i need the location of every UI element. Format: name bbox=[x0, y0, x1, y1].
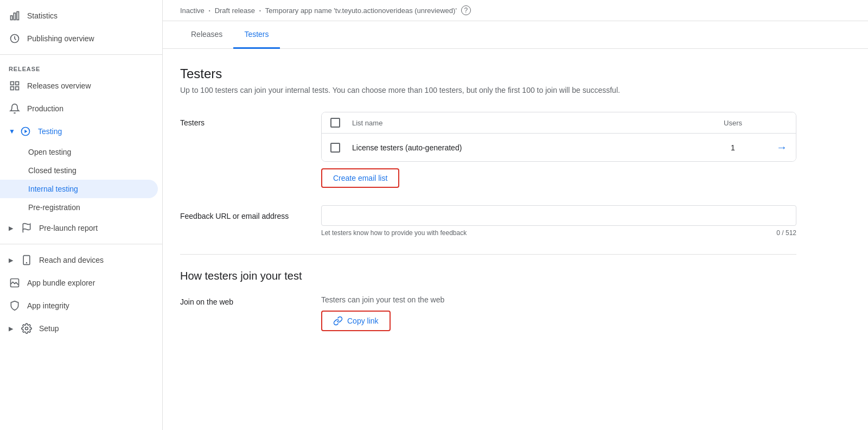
svg-rect-6 bbox=[11, 87, 14, 90]
sidebar-item-testing[interactable]: ▼ Testing bbox=[0, 120, 158, 143]
sidebar-sub-item-internal-testing[interactable]: Internal testing bbox=[0, 180, 158, 198]
sidebar-item-reach-and-devices[interactable]: ▶ Reach and devices bbox=[0, 249, 158, 271]
landscape-icon bbox=[9, 277, 21, 289]
copy-link-button[interactable]: Copy link bbox=[321, 311, 391, 331]
content-area: Testers Up to 100 testers can join your … bbox=[163, 49, 814, 349]
testers-section: Testers List name Users bbox=[180, 112, 796, 188]
grid-icon bbox=[9, 80, 21, 92]
tab-releases[interactable]: Releases bbox=[180, 21, 233, 49]
sidebar-sub-item-open-testing-label: Open testing bbox=[28, 148, 71, 156]
sidebar-item-pre-launch-report-label: Pre-launch report bbox=[39, 224, 98, 232]
svg-point-14 bbox=[25, 327, 28, 330]
sidebar-item-setup[interactable]: ▶ Setup bbox=[0, 317, 158, 340]
page-subtitle: Up to 100 testers can join your internal… bbox=[180, 86, 796, 94]
devices-icon bbox=[21, 254, 33, 266]
sidebar-sub-item-pre-registration-label: Pre-registration bbox=[28, 203, 80, 212]
sidebar-item-publishing-overview-label: Publishing overview bbox=[27, 34, 94, 43]
section-divider bbox=[180, 254, 796, 255]
sidebar-item-releases-overview-label: Releases overview bbox=[27, 81, 91, 90]
svg-rect-4 bbox=[11, 82, 14, 85]
feedback-input[interactable] bbox=[321, 205, 796, 226]
sidebar-divider bbox=[0, 54, 162, 55]
arrow-right-icon: ▶ bbox=[9, 225, 13, 232]
testers-label: Testers bbox=[180, 112, 299, 127]
join-web-description: Testers can join your test on the web bbox=[321, 295, 796, 304]
header-checkbox-cell bbox=[330, 118, 352, 128]
svg-rect-2 bbox=[17, 12, 18, 20]
header-checkbox[interactable] bbox=[330, 118, 340, 128]
sidebar-sub-item-internal-testing-label: Internal testing bbox=[28, 185, 78, 193]
bell-icon bbox=[9, 103, 21, 115]
sidebar: Statistics Publishing overview Release R… bbox=[0, 0, 163, 430]
svg-marker-9 bbox=[24, 130, 27, 134]
clock-icon bbox=[9, 33, 21, 45]
sidebar-divider-2 bbox=[0, 244, 162, 244]
sidebar-item-app-bundle-explorer[interactable]: App bundle explorer bbox=[0, 271, 158, 294]
join-web-section: Join on the web Testers can join your te… bbox=[180, 295, 796, 331]
row-checkbox[interactable] bbox=[330, 143, 340, 153]
chevron-down-icon: ▼ bbox=[9, 128, 15, 135]
sidebar-item-setup-label: Setup bbox=[39, 324, 59, 333]
help-icon[interactable]: ? bbox=[461, 5, 471, 15]
sidebar-item-production-label: Production bbox=[27, 104, 63, 113]
feedback-label: Feedback URL or email address bbox=[180, 205, 299, 220]
sidebar-sub-item-open-testing[interactable]: Open testing bbox=[0, 143, 158, 161]
dot-1: • bbox=[209, 8, 210, 13]
status-draft: Draft release bbox=[215, 7, 255, 15]
sidebar-sub-item-closed-testing[interactable]: Closed testing bbox=[0, 161, 158, 180]
join-on-web-label: Join on the web bbox=[180, 295, 299, 306]
feedback-content: Let testers know how to provide you with… bbox=[321, 205, 796, 237]
sidebar-item-statistics-label: Statistics bbox=[27, 11, 58, 20]
sidebar-sub-item-closed-testing-label: Closed testing bbox=[28, 166, 76, 175]
sidebar-item-publishing-overview[interactable]: Publishing overview bbox=[0, 27, 158, 50]
sidebar-item-app-integrity-label: App integrity bbox=[27, 301, 69, 310]
status-inactive: Inactive bbox=[180, 7, 205, 15]
create-email-list-label: Create email list bbox=[333, 174, 387, 182]
join-web-content: Testers can join your test on the web Co… bbox=[321, 295, 796, 331]
join-title: How testers join your test bbox=[180, 270, 796, 282]
table-header: List name Users bbox=[322, 112, 796, 134]
sidebar-item-releases-overview[interactable]: Releases overview bbox=[0, 74, 158, 97]
dot-2: • bbox=[259, 8, 261, 13]
sidebar-item-app-bundle-label: App bundle explorer bbox=[27, 279, 95, 287]
status-app-name: Temporary app name 'tv.teyuto.actionover… bbox=[265, 7, 457, 15]
sidebar-item-production[interactable]: Production bbox=[0, 97, 158, 120]
sidebar-item-reach-devices-label: Reach and devices bbox=[39, 256, 104, 264]
testers-content: List name Users License testers (auto-ge… bbox=[321, 112, 796, 188]
link-icon bbox=[333, 316, 343, 326]
header-list-name: List name bbox=[352, 119, 700, 127]
sidebar-item-app-integrity[interactable]: App integrity bbox=[0, 294, 158, 317]
sidebar-item-pre-launch-report[interactable]: ▶ Pre-launch report bbox=[0, 217, 158, 239]
table-row: License testers (auto-generated) 1 → bbox=[322, 134, 796, 161]
feedback-counter: 0 / 512 bbox=[776, 229, 796, 237]
status-bar: Inactive • Draft release • Temporary app… bbox=[163, 0, 868, 21]
feedback-hint-row: Let testers know how to provide you with… bbox=[321, 229, 796, 237]
arrow-right-icon-2: ▶ bbox=[9, 257, 13, 264]
page-title: Testers bbox=[180, 66, 796, 81]
sidebar-item-testing-label: Testing bbox=[38, 127, 62, 136]
gear-icon bbox=[21, 322, 33, 334]
testers-table: List name Users License testers (auto-ge… bbox=[321, 112, 796, 162]
tab-testers[interactable]: Testers bbox=[233, 21, 279, 49]
play-circle-icon bbox=[20, 125, 31, 137]
sidebar-item-statistics[interactable]: Statistics bbox=[0, 4, 158, 27]
tabs: Releases Testers bbox=[163, 21, 868, 49]
copy-link-label: Copy link bbox=[347, 317, 379, 325]
main-content: Inactive • Draft release • Temporary app… bbox=[163, 0, 868, 430]
row-list-name: License testers (auto-generated) bbox=[352, 143, 700, 152]
sidebar-sub-item-pre-registration[interactable]: Pre-registration bbox=[0, 198, 158, 217]
arrow-right-icon-3: ▶ bbox=[9, 325, 13, 332]
feedback-hint-text: Let testers know how to provide you with… bbox=[321, 229, 467, 237]
shield-icon bbox=[9, 300, 21, 312]
svg-rect-7 bbox=[16, 87, 19, 90]
svg-rect-1 bbox=[14, 13, 15, 20]
feedback-section: Feedback URL or email address Let tester… bbox=[180, 205, 796, 237]
row-arrow[interactable]: → bbox=[765, 141, 787, 154]
svg-rect-5 bbox=[16, 82, 19, 85]
header-users: Users bbox=[700, 119, 765, 127]
flag-icon bbox=[21, 222, 33, 234]
sidebar-section-release: Release bbox=[0, 59, 162, 74]
create-email-list-button[interactable]: Create email list bbox=[321, 168, 399, 188]
bar-chart-icon bbox=[9, 10, 21, 22]
row-checkbox-cell bbox=[330, 143, 352, 153]
